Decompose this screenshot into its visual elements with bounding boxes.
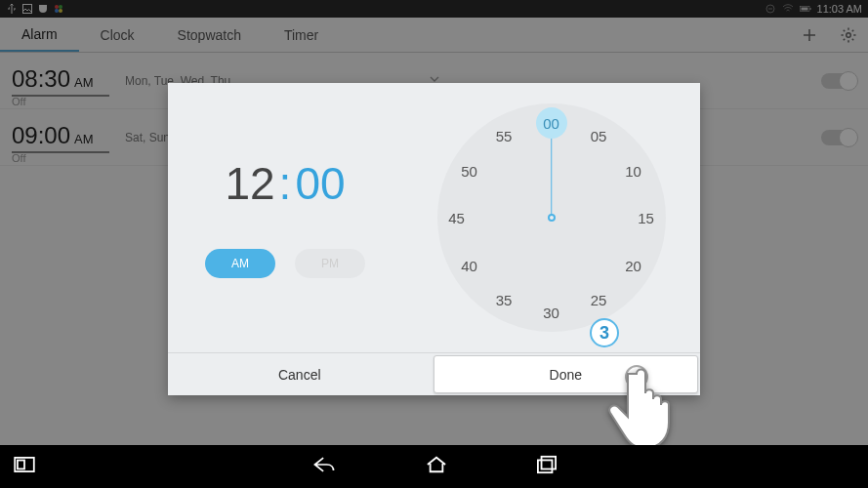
time-picker-dialog: 12 : 00 AM PM 00 05 10 15 20 25 30 35 40 (168, 83, 700, 395)
picker-hour[interactable]: 12 (225, 157, 274, 210)
recents-overlay-button[interactable] (14, 457, 35, 476)
minute-10[interactable]: 10 (619, 162, 648, 179)
minute-20[interactable]: 20 (619, 257, 648, 273)
minute-30[interactable]: 30 (537, 305, 566, 321)
picker-minute[interactable]: 00 (295, 157, 345, 210)
svg-rect-11 (18, 461, 24, 469)
pointer-hand-icon (605, 356, 683, 458)
svg-rect-13 (537, 460, 552, 472)
cancel-button[interactable]: Cancel (168, 353, 432, 395)
minute-05[interactable]: 05 (584, 128, 613, 144)
step-3-callout: 3 (590, 318, 619, 347)
clock-face[interactable]: 00 05 10 15 20 25 30 35 40 45 50 55 (437, 103, 666, 332)
minute-35[interactable]: 35 (489, 292, 518, 308)
time-display: 12 : 00 (225, 157, 345, 210)
minute-25[interactable]: 25 (584, 292, 613, 308)
minute-15[interactable]: 15 (632, 210, 661, 226)
svg-rect-12 (541, 457, 556, 469)
recent-apps-button[interactable] (536, 455, 558, 478)
minute-40[interactable]: 40 (455, 257, 484, 273)
pm-button[interactable]: PM (295, 249, 365, 278)
home-button[interactable] (425, 455, 448, 478)
nav-bar (0, 445, 868, 488)
time-colon: : (279, 157, 292, 210)
am-button[interactable]: AM (205, 249, 275, 278)
back-button[interactable] (311, 455, 337, 478)
minute-55[interactable]: 55 (489, 128, 518, 144)
clock-center (548, 214, 556, 222)
minute-45[interactable]: 45 (442, 210, 472, 226)
minute-50[interactable]: 50 (455, 162, 484, 179)
minute-00-selected[interactable]: 00 (536, 107, 567, 139)
